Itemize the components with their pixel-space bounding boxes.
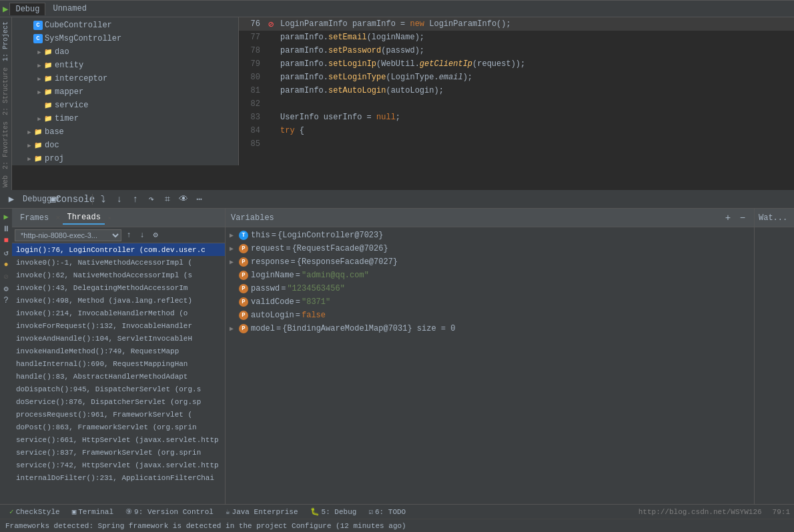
- frame-item[interactable]: invokeForRequest():132, InvocableHandler: [12, 319, 225, 332]
- var-expand-arrow[interactable]: ▶: [230, 325, 239, 333]
- code-line-84: 84 try {: [239, 124, 794, 137]
- step-into-button[interactable]: ↓: [112, 192, 127, 207]
- rerun-icon[interactable]: ↺: [1, 247, 11, 258]
- checkstyle-tab[interactable]: ✓ CheckStyle: [4, 506, 65, 517]
- frame-item[interactable]: internalDoFilter():231, ApplicationFilte…: [12, 471, 225, 484]
- tree-item-sysmsgcontroller[interactable]: C SysMsgController: [12, 32, 238, 45]
- settings-icon[interactable]: ⚙: [1, 283, 11, 294]
- tree-item-service[interactable]: 📁 service: [12, 99, 238, 112]
- frame-item[interactable]: doService():876, DispatcherServlet (org.…: [12, 395, 225, 408]
- terminal-tab[interactable]: ▣ Terminal: [67, 506, 119, 517]
- variable-item[interactable]: ▶Tthis = {LoginController@7023}: [226, 229, 754, 242]
- variable-item[interactable]: ▶Pmodel = {BindingAwareModelMap@7031} si…: [226, 322, 754, 335]
- frame-item[interactable]: processRequest():961, FrameworkServlet (: [12, 408, 225, 421]
- thread-down-button[interactable]: ↓: [136, 229, 148, 241]
- frame-item[interactable]: handleInternal():690, RequestMappingHan: [12, 357, 225, 370]
- tree-item-doc[interactable]: ▶ 📁 doc: [12, 139, 238, 152]
- frame-item[interactable]: service():742, HttpServlet (javax.servle…: [12, 459, 225, 471]
- tree-item-cubecontroller[interactable]: C CubeController: [12, 19, 238, 32]
- evaluate-button[interactable]: ⌗: [160, 192, 175, 207]
- frame-item[interactable]: invoke():43, DelegatingMethodAccessorIm: [12, 281, 225, 294]
- variable-item[interactable]: PloginName = "admin@qq.com": [226, 269, 754, 282]
- variable-item[interactable]: PvalidCode = "8371": [226, 295, 754, 309]
- var-type-badge: P: [239, 244, 248, 253]
- tree-expand-arrow[interactable]: ▶: [25, 129, 33, 136]
- tree-expand-arrow[interactable]: ▶: [35, 89, 43, 96]
- folder-icon: 📁: [43, 61, 53, 70]
- watch-button[interactable]: 👁: [176, 192, 191, 207]
- var-expand-arrow[interactable]: ▶: [230, 258, 239, 266]
- tree-expand-arrow[interactable]: ▶: [35, 62, 43, 69]
- version-control-tab[interactable]: ⑨ 9: Version Control: [120, 506, 219, 517]
- frame-item[interactable]: invokeAndHandle():104, ServletInvocableH: [12, 332, 225, 345]
- thread-options-button[interactable]: ⚙: [149, 229, 161, 241]
- tree-expand-arrow[interactable]: ▶: [35, 115, 43, 123]
- code-line-76: 76 ⊘ LoginParamInfo paramInfo = new Logi…: [239, 17, 794, 31]
- tree-expand-arrow[interactable]: ▶: [35, 49, 43, 56]
- tree-item-timer[interactable]: ▶ 📁 timer: [12, 112, 238, 125]
- tree-item-mapper[interactable]: ▶ 📁 mapper: [12, 85, 238, 99]
- tree-expand-arrow[interactable]: ▶: [25, 155, 33, 163]
- tree-item-base[interactable]: ▶ 📁 base: [12, 125, 238, 139]
- resume-icon[interactable]: ▶: [1, 211, 11, 222]
- frame-item[interactable]: doPost():863, FrameworkServlet (org.spri…: [12, 421, 225, 433]
- frame-item[interactable]: invoke():214, InvocableHandlerMethod (o: [12, 307, 225, 319]
- sidebar-tab-structure[interactable]: 2: Structure: [1, 65, 10, 118]
- code-line-82: 82: [239, 97, 794, 111]
- frames-panel-header: Frames ✕ Threads ✕: [12, 209, 225, 227]
- frame-item[interactable]: invoke0():-1, NativeMethodAccessorImpl (: [12, 256, 225, 269]
- sidebar-tab-favorites[interactable]: 2: Favorites: [1, 119, 10, 172]
- tree-item-proj[interactable]: ▶ 📁 proj: [12, 152, 238, 165]
- breakpoint-icon[interactable]: ●: [1, 259, 11, 270]
- step-out-button[interactable]: ↑: [128, 192, 143, 207]
- threads-tab[interactable]: Threads: [63, 211, 104, 225]
- todo-tab[interactable]: ☑ 6: TODO: [363, 506, 411, 517]
- folder-icon: 📁: [33, 141, 43, 150]
- remove-watch-button[interactable]: −: [737, 212, 749, 224]
- java-enterprise-tab[interactable]: ☕ Java Enterprise: [220, 506, 304, 517]
- class-icon: C: [33, 34, 43, 43]
- stop-icon[interactable]: ■: [1, 235, 11, 246]
- frame-item[interactable]: invoke():62, NativeMethodAccessorImpl (s: [12, 269, 225, 281]
- resume-button[interactable]: ▶: [4, 192, 19, 207]
- thread-selector[interactable]: *http-nio-8080-exec-3...: [15, 229, 121, 241]
- mute-breakpoints-icon[interactable]: ⊘: [1, 271, 11, 282]
- add-watch-button[interactable]: +: [722, 212, 734, 224]
- variable-item[interactable]: ▶Presponse = {ResponseFacade@7027}: [226, 255, 754, 269]
- checkstyle-label: CheckStyle: [16, 508, 60, 516]
- thread-up-button[interactable]: ↑: [123, 229, 135, 241]
- line-col-indicator: 79:1: [773, 508, 790, 516]
- help-icon[interactable]: ?: [1, 295, 11, 306]
- var-type-badge: P: [239, 257, 248, 267]
- tree-item-dao[interactable]: ▶ 📁 dao: [12, 45, 238, 59]
- tree-expand-arrow[interactable]: ▶: [35, 75, 43, 83]
- var-expand-arrow[interactable]: ▶: [230, 231, 239, 239]
- more-button[interactable]: ⋯: [192, 192, 207, 207]
- tree-expand-arrow[interactable]: ▶: [25, 142, 33, 149]
- variable-item[interactable]: ▶Prequest = {RequestFacade@7026}: [226, 242, 754, 255]
- sidebar-tab-project[interactable]: 1: Project: [1, 19, 10, 64]
- variable-item[interactable]: Ppasswd = "1234563456": [226, 282, 754, 295]
- var-expand-arrow[interactable]: ▶: [230, 245, 239, 253]
- console-button[interactable]: ▣ Console: [65, 192, 80, 207]
- sidebar-tab-web[interactable]: Web: [1, 173, 10, 190]
- frame-item[interactable]: doDispatch():945, DispatcherServlet (org…: [12, 383, 225, 395]
- line-number-85: 85: [239, 139, 266, 149]
- tree-item-entity[interactable]: ▶ 📁 entity: [12, 59, 238, 72]
- debug-tab[interactable]: 🐛 5: Debug: [305, 506, 362, 517]
- watch-panel-header: Wat...: [755, 209, 794, 227]
- step-over-button[interactable]: ⤵: [96, 192, 111, 207]
- tree-item-interceptor[interactable]: ▶ 📁 interceptor: [12, 72, 238, 85]
- tab-unnamed[interactable]: Unnamed: [47, 2, 92, 15]
- variable-item[interactable]: PautoLogin = false: [226, 309, 754, 322]
- frame-item[interactable]: invokeHandleMethod():749, RequestMapp: [12, 345, 225, 357]
- tab-debug[interactable]: Debug: [9, 3, 45, 15]
- run-to-cursor-button[interactable]: ↷: [144, 192, 159, 207]
- frame-item[interactable]: invoke():498, Method (java.lang.reflect): [12, 294, 225, 307]
- frame-item[interactable]: login():76, LoginController (com.dev.use…: [12, 243, 225, 256]
- frame-item[interactable]: service():837, FrameworkServlet (org.spr…: [12, 446, 225, 459]
- pause-icon[interactable]: ⏸: [1, 223, 11, 234]
- frame-item[interactable]: service():661, HttpServlet (javax.servle…: [12, 433, 225, 446]
- frames-tab[interactable]: Frames: [16, 212, 53, 224]
- frame-item[interactable]: handle():83, AbstractHandlerMethodAdapt: [12, 370, 225, 383]
